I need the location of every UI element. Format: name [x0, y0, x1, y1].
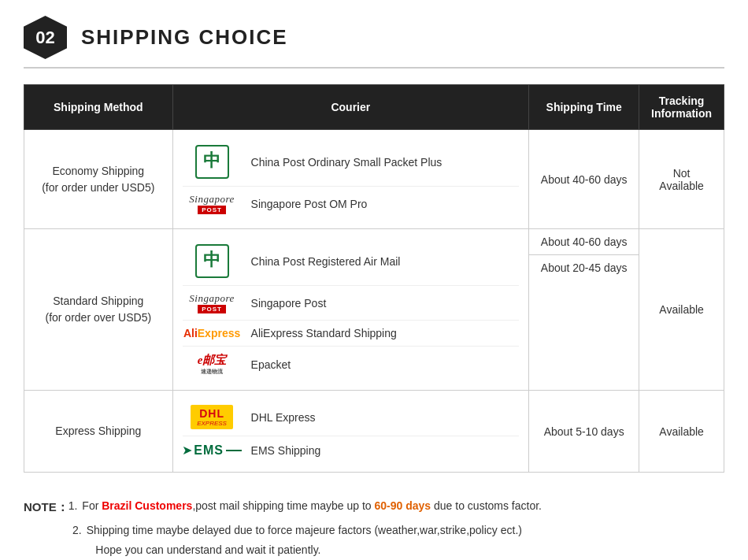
method-express: Express Shipping [24, 391, 173, 473]
table-row-standard: Standard Shipping(for order over USD5) 中… [24, 229, 724, 391]
note-brazil-highlight: Brazil Customers [102, 499, 192, 512]
note-label: NOTE： [24, 496, 69, 517]
note-1-number: 1. [69, 496, 78, 516]
courier-name-dhl: DHL Express [251, 411, 316, 424]
note-2-number: 2. [72, 521, 82, 540]
courier-chinapost-economy: 中 China Post Ordinary Small Packet Plus [183, 138, 520, 187]
note-line-2: 2. Shipping time maybe delayed due to fo… [72, 521, 724, 560]
col-header-tracking: Tracking Information [639, 85, 724, 130]
section-badge: 02 [24, 16, 67, 59]
courier-economy: 中 China Post Ordinary Small Packet Plus … [172, 130, 529, 229]
col-header-time: Shipping Time [529, 85, 639, 130]
time-economy: About 40-60 days [529, 130, 639, 229]
note-line-1: NOTE： 1. For Brazil Customers,post mail … [24, 496, 724, 517]
svg-text:中: 中 [203, 150, 220, 170]
ems-logo: ➤ EMS [183, 443, 242, 458]
notes-section: NOTE： 1. For Brazil Customers,post mail … [24, 488, 724, 560]
method-standard: Standard Shipping(for order over USD5) [24, 229, 173, 391]
tracking-standard: Available [639, 229, 724, 391]
table-header-row: Shipping Method Courier Shipping Time Tr… [24, 85, 724, 130]
aliexpress-logo: AliExpress [183, 327, 242, 339]
courier-epacket: e邮宝 速递物流 Epacket [183, 347, 520, 382]
page-header: 02 SHIPPING CHOICE [24, 16, 724, 69]
method-economy: Economy Shipping(for order under USD5) [24, 130, 173, 229]
courier-name-chinapost-standard: China Post Registered Air Mail [251, 255, 401, 268]
time-express: About 5-10 days [529, 391, 639, 473]
chinapost-svg: 中 [194, 144, 230, 180]
dhl-logo: DHL EXPRESS [183, 405, 242, 429]
tracking-express: Available [639, 391, 724, 473]
time-standard: About 40-60 days About 20-45 days [529, 229, 639, 391]
chinapost-logo: 中 [183, 144, 242, 180]
courier-aliexpress: AliExpress AliExpress Standard Shipping [183, 321, 520, 347]
note-days-highlight: 60-90 days [375, 499, 431, 512]
chinapost-svg-standard: 中 [194, 243, 230, 279]
epacket-logo: e邮宝 速递物流 [183, 353, 242, 376]
singpost-logo-economy: Singapore POST [183, 193, 242, 214]
col-header-courier: Courier [172, 85, 529, 130]
page-title: SHIPPING CHOICE [81, 25, 288, 50]
courier-name-ems: EMS Shipping [251, 444, 321, 457]
courier-chinapost-standard: 中 China Post Registered Air Mail [183, 237, 520, 286]
courier-singpost-economy: Singapore POST Singapore Post OM Pro [183, 187, 520, 221]
singpost-logo-standard: Singapore POST [183, 292, 242, 313]
note-1-text: For Brazil Customers,post mail shipping … [82, 496, 542, 516]
chinapost-logo-standard: 中 [183, 243, 242, 279]
courier-dhl: DHL EXPRESS DHL Express [183, 399, 520, 436]
courier-name-chinapost-economy: China Post Ordinary Small Packet Plus [251, 156, 443, 169]
svg-text:中: 中 [203, 250, 220, 269]
courier-name-aliexpress: AliExpress Standard Shipping [251, 327, 397, 339]
col-header-method: Shipping Method [24, 85, 173, 130]
courier-express: DHL EXPRESS DHL Express ➤ EMS EMS [172, 391, 529, 473]
courier-ems: ➤ EMS EMS Shipping [183, 436, 520, 464]
courier-name-epacket: Epacket [251, 358, 291, 371]
table-row-economy: Economy Shipping(for order under USD5) 中… [24, 130, 724, 229]
courier-name-singpost-standard: Singapore Post [251, 297, 327, 310]
courier-standard: 中 China Post Registered Air Mail Singapo… [172, 229, 529, 391]
shipping-table: Shipping Method Courier Shipping Time Tr… [24, 84, 724, 473]
courier-singpost-standard: Singapore POST Singapore Post [183, 286, 520, 321]
courier-name-singpost-economy: Singapore Post OM Pro [251, 198, 368, 210]
table-row-express: Express Shipping DHL EXPRESS DHL Express… [24, 391, 724, 473]
tracking-economy: NotAvailable [639, 130, 724, 229]
note-2-text: Shipping time maybe delayed due to force… [87, 521, 522, 560]
